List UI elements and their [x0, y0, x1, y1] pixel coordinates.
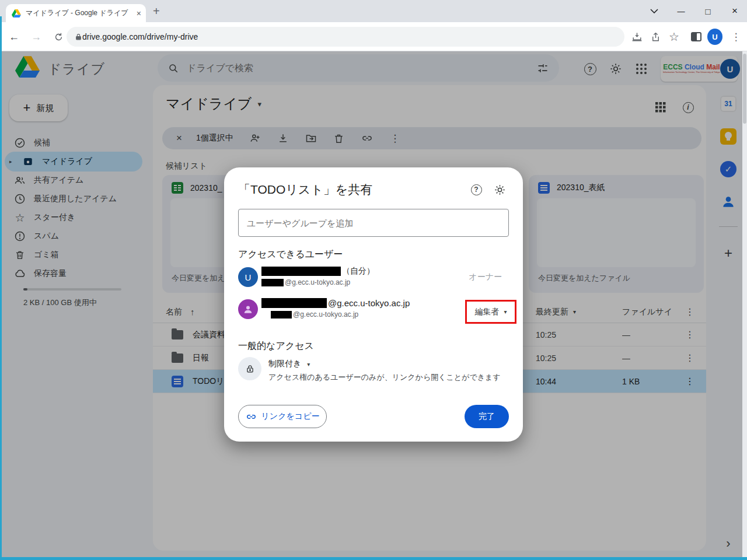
add-people-input[interactable]	[247, 209, 500, 236]
redacted-name	[261, 298, 327, 308]
share-settings-gear-icon[interactable]	[493, 183, 507, 197]
page-scrollbar[interactable]	[742, 51, 747, 560]
tab-close-icon[interactable]: ×	[137, 9, 141, 18]
drive-favicon	[12, 9, 21, 18]
caret-down-icon: ▾	[504, 309, 507, 315]
copy-link-label: リンクをコピー	[261, 411, 320, 422]
save-page-icon[interactable]	[629, 29, 644, 44]
scrollbar-thumb[interactable]	[743, 54, 746, 124]
capture-border-bottom	[0, 557, 747, 560]
email-domain: @g.ecc.u-tokyo.ac.jp	[293, 310, 358, 318]
caret-down-icon: ▾	[307, 361, 310, 368]
email-domain: @g.ecc.u-tokyo.ac.jp	[328, 298, 410, 308]
shared-user-row[interactable]: U （自分） @g.ecc.u-tokyo.ac.jp オーナー	[238, 266, 509, 296]
tab-title: マイドライブ - Google ドライブ	[26, 8, 132, 18]
address-bar[interactable]	[67, 27, 624, 47]
user-avatar: U	[238, 267, 258, 287]
window-minimize-button[interactable]: —	[668, 0, 694, 22]
browser-titlebar: マイドライブ - Google ドライブ × + — □ ×	[0, 0, 747, 22]
window-maximize-button[interactable]: □	[694, 0, 721, 22]
owner-role-label: オーナー	[469, 272, 502, 282]
bookmark-star-icon[interactable]: ☆	[666, 29, 682, 44]
forward-button[interactable]: →	[29, 30, 43, 44]
shared-user-row[interactable]: @g.ecc.u-tokyo.ac.jp @g.ecc.u-tokyo.ac.j…	[238, 298, 509, 328]
role-label: 編集者	[474, 307, 499, 317]
reload-button[interactable]	[51, 30, 65, 44]
site-lock-icon[interactable]	[75, 33, 82, 41]
share-dialog: 「TODOリスト」を共有 ? アクセスできるユーザー U （自分） @g.ecc…	[224, 167, 523, 442]
share-icon[interactable]	[648, 29, 663, 44]
access-heading: アクセスできるユーザー	[238, 249, 343, 261]
new-tab-button[interactable]: +	[153, 5, 160, 18]
capture-border-left	[0, 16, 2, 560]
self-suffix: （自分）	[342, 266, 375, 276]
restricted-label: 制限付き	[268, 359, 301, 369]
browser-tab[interactable]: マイドライブ - Google ドライブ ×	[6, 4, 146, 22]
copy-link-button[interactable]: リンクをコピー	[238, 405, 327, 428]
restricted-dropdown[interactable]: 制限付き ▾	[268, 359, 310, 369]
back-button[interactable]: ←	[7, 30, 21, 44]
browser-menu-icon[interactable]: ⋮	[728, 29, 743, 44]
editor-role-dropdown[interactable]: 編集者 ▾	[465, 300, 516, 324]
tab-search-icon[interactable]	[641, 0, 668, 22]
link-icon	[246, 411, 257, 422]
browser-profile-avatar[interactable]: U	[707, 29, 722, 44]
email-domain: @g.ecc.u-tokyo.ac.jp	[285, 278, 350, 286]
redacted-email-prefix	[271, 311, 292, 318]
drive-page: ドライブ ? ECCS Cloud Mail Information Techn…	[0, 51, 747, 560]
dialog-title: 「TODOリスト」を共有	[238, 181, 372, 198]
user-avatar	[238, 299, 258, 319]
share-help-icon[interactable]: ?	[469, 183, 483, 197]
lock-icon	[238, 357, 261, 380]
url-input[interactable]	[82, 32, 616, 41]
redacted-email-prefix	[261, 279, 284, 286]
side-panel-icon[interactable]	[689, 29, 704, 44]
window-close-button[interactable]: ×	[721, 0, 747, 22]
browser-window: マイドライブ - Google ドライブ × + — □ × ← → ☆ U ⋮	[0, 0, 747, 560]
add-people-field[interactable]	[238, 209, 509, 237]
done-button[interactable]: 完了	[465, 405, 509, 428]
restricted-description: アクセス権のあるユーザーのみが、リンクから開くことができます	[268, 372, 501, 383]
general-access-heading: 一般的なアクセス	[238, 340, 314, 352]
redacted-name	[261, 267, 341, 276]
